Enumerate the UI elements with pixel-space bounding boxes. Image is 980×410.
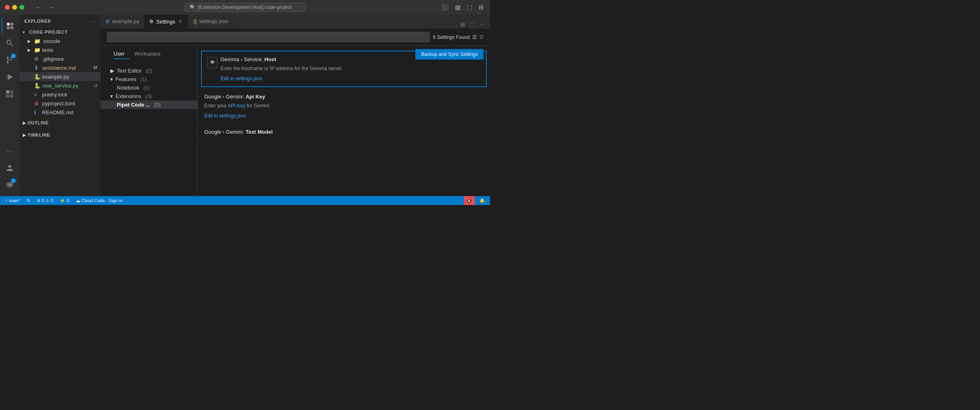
tree-item-example-py[interactable]: ▶ 🐍 example.py xyxy=(19,72,101,81)
sidebar-more-button[interactable]: ··· xyxy=(91,18,96,24)
tree-item-new-service-py[interactable]: ▶ 🐍 new_service.py U xyxy=(19,81,101,90)
settings-main: Backup and Sync Settings xyxy=(198,46,490,196)
customize-layout-button[interactable]: ⊟ xyxy=(477,3,485,11)
outline-header[interactable]: ▶ OUTLINE xyxy=(19,118,101,127)
sidebar-item-more[interactable]: ··· xyxy=(2,143,18,159)
status-cloud-code-label: Cloud Code - Sign in xyxy=(81,198,123,203)
tree-item-readme[interactable]: ▶ ℹ README.md xyxy=(19,108,101,117)
svg-rect-11 xyxy=(6,74,7,80)
tree-root[interactable]: ▾ CODE-PROJECT xyxy=(19,28,101,36)
outline-section: ▶ OUTLINE xyxy=(19,117,101,129)
nav-arrow-icon: ▾ xyxy=(110,76,113,82)
api-key-link[interactable]: API Key xyxy=(228,103,245,109)
poetry-lock-label: poetry.lock xyxy=(42,92,101,98)
filter-button[interactable]: ▽ xyxy=(479,34,484,40)
branch-icon: ⑂ xyxy=(5,198,8,203)
split-editor-button[interactable]: ⬚ xyxy=(465,3,474,11)
svg-rect-13 xyxy=(10,90,13,94)
timeline-header[interactable]: ▶ TIMELINE xyxy=(19,130,101,139)
setting-title-prefix: Gemma › Service: xyxy=(220,56,264,62)
nav-item-extensions[interactable]: ▾ Extensions (3) xyxy=(101,92,197,100)
settings-search-input[interactable]: pipet xyxy=(107,32,430,42)
status-cloud-code[interactable]: ☁ Cloud Code - Sign in xyxy=(74,196,124,205)
py-icon: 🐍 xyxy=(34,74,41,80)
forward-button[interactable]: → xyxy=(45,3,57,12)
status-ports[interactable]: ⚡ 0 xyxy=(58,196,71,205)
tab-settings[interactable]: ⚙ Settings ✕ xyxy=(144,14,188,28)
folder-arrow-icon: ▶ xyxy=(28,48,32,52)
svg-rect-12 xyxy=(6,90,9,94)
status-sync[interactable]: ↻ xyxy=(25,196,32,205)
setting-api-key-prefix: Google › Gemini: xyxy=(204,94,246,100)
layout-toggle-button[interactable]: ▤ xyxy=(454,3,462,11)
panel-layout-button[interactable]: ⬛ xyxy=(440,3,450,11)
timeline-arrow-icon: ▶ xyxy=(23,133,28,137)
tab-bar: ⚙ example.py ⚙ Settings ✕ {} settings.js… xyxy=(101,15,490,29)
tree-item-pyproject-toml[interactable]: ▶ ⚙ pyproject.toml xyxy=(19,99,101,108)
tab-close-button[interactable]: ✕ xyxy=(178,19,183,24)
bell-icon: 🔔 xyxy=(479,198,485,203)
edit-settings-json-link-2[interactable]: Edit in settings.json xyxy=(204,113,246,119)
titlebar-search-text: [Extension Development Host] code-projec… xyxy=(198,4,292,10)
status-ports-label: 0 xyxy=(66,198,69,203)
setting-item-google-api-key: Google › Gemini: Api Key Enter your API … xyxy=(198,89,490,124)
setting-item-row: Gemma › Service: Host Enter the hostname… xyxy=(208,56,480,81)
tab-workspace[interactable]: Workspace xyxy=(129,49,165,59)
sidebar-item-profile[interactable] xyxy=(2,160,18,176)
tab-example-py-label: example.py xyxy=(112,18,139,24)
setting-gear-button[interactable] xyxy=(208,57,217,68)
tree-item-assistance-md[interactable]: ▶ ⬇ assistance.md M xyxy=(19,63,101,72)
titlebar-search[interactable]: 🔍 [Extension Development Host] code-proj… xyxy=(184,3,306,12)
setting-title-google-text-model: Google › Gemini: Text Model xyxy=(204,129,484,135)
info-icon: ℹ xyxy=(34,109,41,115)
status-mute-button[interactable]: 🔇 xyxy=(464,196,475,205)
status-branch[interactable]: ⑂ main* xyxy=(3,196,22,205)
split-editor-right-button[interactable]: ⬚ xyxy=(469,20,477,28)
nav-text-editor-label: Text Editor xyxy=(117,68,141,74)
nav-item-pipet-code[interactable]: Pipet Code ... (3) xyxy=(101,100,197,109)
pyproject-toml-label: pyproject.toml xyxy=(42,100,101,107)
sidebar-item-settings[interactable]: 1 xyxy=(2,177,18,193)
sidebar-item-search[interactable] xyxy=(2,35,18,51)
activity-bar: 2 ··· xyxy=(0,15,19,196)
tree-item-vscode[interactable]: ▶ 📁 .vscode xyxy=(19,36,101,45)
sidebar-item-explorer[interactable] xyxy=(2,18,18,34)
gear-icon xyxy=(210,59,215,65)
status-bell-button[interactable]: 🔔 xyxy=(478,196,487,205)
toml-icon: ⚙ xyxy=(34,100,41,107)
svg-point-4 xyxy=(7,40,11,44)
maximize-button[interactable] xyxy=(19,5,24,10)
close-button[interactable] xyxy=(5,5,10,10)
setting-desc-gemma-host: Enter the hostname or IP address for the… xyxy=(220,65,343,72)
status-errors[interactable]: ⊘ 0 ⚠ 0 xyxy=(35,196,55,205)
nav-section: ▶ Text Editor (2) ▾ Features (1) Noteb xyxy=(101,66,197,110)
backup-sync-button[interactable]: Backup and Sync Settings xyxy=(415,49,484,60)
back-button[interactable]: ← xyxy=(32,3,44,12)
main-layout: 2 ··· xyxy=(0,15,490,196)
open-in-editor-button[interactable]: ⊞ xyxy=(459,20,467,28)
clear-search-button[interactable]: ☰ xyxy=(472,34,477,40)
titlebar: ← → 🔍 [Extension Development Host] code-… xyxy=(0,0,490,15)
sidebar-item-source-control[interactable]: 2 xyxy=(2,52,18,68)
minimize-button[interactable] xyxy=(12,5,17,10)
explorer-icon xyxy=(6,21,15,30)
sidebar-item-extensions[interactable] xyxy=(2,86,18,102)
status-right: 🔇 🔔 xyxy=(464,196,487,205)
sidebar-item-run[interactable] xyxy=(2,69,18,85)
tree-item-tests[interactable]: ▶ 📁 tests xyxy=(19,45,101,54)
nav-item-features[interactable]: ▾ Features (1) xyxy=(101,75,197,83)
tab-example-py[interactable]: ⚙ example.py xyxy=(101,14,144,28)
tab-user[interactable]: User xyxy=(113,49,129,59)
assistance-md-label: assistance.md xyxy=(42,65,92,71)
nav-item-notebook[interactable]: Notebook (1) xyxy=(101,83,197,92)
tab-settings-json[interactable]: {} settings.json xyxy=(188,14,233,28)
example-py-label: example.py xyxy=(42,74,101,80)
setting-item-google-text-model: Google › Gemini: Text Model xyxy=(198,124,490,143)
edit-settings-json-link-1[interactable]: Edit in settings.json xyxy=(220,76,262,81)
settings-badge: 1 xyxy=(11,178,16,183)
more-actions-button[interactable]: ··· xyxy=(479,20,487,28)
tree-item-gitignore[interactable]: ▶ ⚙ .gitignore xyxy=(19,54,101,63)
nav-item-text-editor[interactable]: ▶ Text Editor (2) xyxy=(101,66,197,75)
timeline-label: TIMELINE xyxy=(28,132,50,137)
tree-item-poetry-lock[interactable]: ▶ ≡ poetry.lock xyxy=(19,90,101,99)
